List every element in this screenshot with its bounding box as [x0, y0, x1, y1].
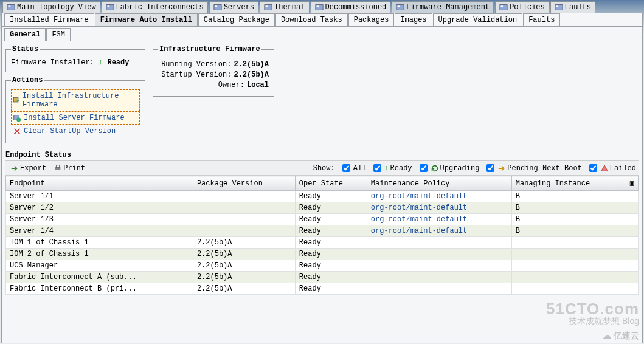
watermark-51cto-sub: 技术成就梦想 Blog	[569, 316, 639, 327]
filter-all-checkbox[interactable]	[342, 164, 350, 172]
filter-upgrading-checkbox[interactable]	[420, 164, 428, 172]
svg-rect-1	[9, 5, 11, 7]
top-tab-policies[interactable]: Policies	[495, 1, 549, 13]
table-row[interactable]: Fabric Interconnect A (sub...2.2(5b)ARea…	[6, 272, 639, 283]
filter-ready-checkbox[interactable]	[373, 164, 381, 172]
failed-icon	[600, 164, 609, 173]
sub-tab-packages[interactable]: Packages	[348, 13, 395, 26]
table-row[interactable]: IOM 1 of Chassis 12.2(5b)AReady	[6, 237, 639, 249]
firmware-installer-label: Firmware Installer:	[11, 58, 94, 67]
svg-rect-4	[214, 5, 221, 10]
status-fieldset: Status Firmware Installer: ↑ Ready	[5, 45, 145, 72]
svg-rect-6	[265, 5, 272, 10]
running-version-value: 2.2(5b)A	[234, 60, 269, 69]
install-infra-label: Install Infrastructure Firmware	[23, 92, 138, 109]
clear-startup-version-link[interactable]: Clear StartUp Version	[11, 125, 140, 138]
svg-rect-14	[555, 5, 563, 10]
owner-value: Local	[247, 81, 269, 89]
table-row[interactable]: Server 1/4Readyorg-root/maint-defaultB	[6, 225, 639, 237]
sub-tab-faults[interactable]: Faults	[523, 13, 560, 26]
refresh-icon	[431, 164, 439, 173]
top-tab-firmware-management[interactable]: Firmware Management	[392, 1, 494, 13]
table-row[interactable]: IOM 2 of Chassis 12.2(5b)AReady	[6, 249, 639, 260]
svg-rect-12	[500, 5, 507, 10]
svg-rect-15	[556, 5, 558, 7]
sub-tab-catalog-package[interactable]: Catalog Package	[198, 13, 275, 26]
status-legend: Status	[11, 45, 40, 53]
table-row[interactable]: Server 1/3Readyorg-root/maint-defaultB	[6, 214, 639, 225]
sub-tab-firmware-auto-install[interactable]: Firmware Auto Install	[95, 13, 198, 26]
filter-all[interactable]: All	[340, 162, 367, 174]
endpoint-toolbar: Export Print Show: All ↑Ready Upgrading …	[5, 160, 639, 176]
table-row[interactable]: UCS Manager2.2(5b)AReady	[6, 260, 639, 272]
filter-upgrading[interactable]: Upgrading	[417, 162, 480, 174]
top-tab-faults[interactable]: Faults	[550, 1, 595, 13]
table-row[interactable]: Fabric Interconnect B (pri...2.2(5b)ARea…	[6, 283, 639, 295]
export-icon	[10, 164, 19, 173]
install-server-firmware-link[interactable]: Install Server Firmware	[11, 111, 140, 125]
svg-rect-11	[398, 5, 400, 7]
svg-rect-20	[57, 165, 60, 167]
top-tab-decommissioned[interactable]: Decommissioned	[311, 1, 391, 13]
col-endpoint[interactable]: Endpoint	[6, 176, 193, 191]
filter-failed[interactable]: Failed	[587, 162, 636, 174]
filter-pending-checkbox[interactable]	[486, 164, 494, 172]
svg-rect-10	[396, 5, 404, 10]
arrow-up-icon: ↑	[384, 164, 389, 173]
export-button[interactable]: Export	[8, 163, 49, 174]
owner-label: Owner:	[218, 81, 244, 89]
sub-tab-upgrade-validation[interactable]: Upgrade Validation	[433, 13, 523, 26]
print-icon	[54, 164, 62, 173]
maintenance-policy-link[interactable]: org-root/maint-default	[367, 202, 511, 214]
pending-icon	[497, 164, 506, 173]
install-infra-icon	[13, 96, 20, 105]
infra-firmware-fieldset: Infrastructure Firmware Running Version:…	[153, 45, 274, 97]
svg-rect-3	[107, 5, 109, 7]
sub-tab-download-tasks[interactable]: Download Tasks	[275, 13, 348, 26]
startup-version-value: 2.2(5b)A	[234, 71, 269, 79]
inner-tab-general[interactable]: General	[4, 28, 46, 41]
svg-rect-0	[7, 5, 15, 10]
export-label: Export	[20, 164, 46, 173]
top-tab-main-topology-view[interactable]: Main Topology View	[2, 1, 100, 13]
col-menu[interactable]: ▣	[626, 176, 638, 191]
col-oper-state[interactable]: Oper State	[295, 176, 367, 191]
install-infra-firmware-link[interactable]: Install Infrastructure Firmware	[11, 89, 140, 111]
inner-tab-bar: GeneralFSM	[2, 28, 642, 41]
maintenance-policy-link[interactable]: org-root/maint-default	[367, 191, 511, 202]
startup-version-label: Startup Version:	[161, 71, 231, 79]
top-tab-servers[interactable]: Servers	[209, 1, 258, 13]
show-label: Show:	[313, 164, 335, 173]
actions-fieldset: Actions Install Infrastructure Firmware …	[5, 76, 145, 143]
filter-ready[interactable]: ↑Ready	[371, 162, 412, 174]
sub-tab-bar: Installed FirmwareFirmware Auto InstallC…	[2, 13, 642, 27]
endpoint-table: EndpointPackage VersionOper StateMainten…	[5, 176, 639, 295]
endpoint-status-title: Endpoint Status	[5, 151, 639, 159]
svg-rect-5	[215, 5, 217, 7]
firmware-installer-value: Ready	[107, 58, 129, 67]
inner-tab-fsm[interactable]: FSM	[46, 28, 71, 41]
col-package-version[interactable]: Package Version	[193, 176, 295, 191]
maintenance-policy-link[interactable]: org-root/maint-default	[367, 225, 511, 237]
infra-legend: Infrastructure Firmware	[158, 45, 261, 53]
svg-rect-7	[266, 5, 268, 7]
sub-tab-installed-firmware[interactable]: Installed Firmware	[4, 13, 94, 26]
table-row[interactable]: Server 1/1Readyorg-root/maint-defaultB	[6, 191, 639, 202]
print-button[interactable]: Print	[51, 163, 88, 174]
col-maintenance-policy[interactable]: Maintenance Policy	[367, 176, 511, 191]
svg-point-18	[16, 117, 21, 122]
watermark-yisu: ☁ 亿速云	[603, 331, 639, 342]
install-server-label: Install Server Firmware	[24, 114, 125, 122]
running-version-label: Running Version:	[161, 60, 231, 69]
print-label: Print	[63, 164, 85, 173]
filter-failed-checkbox[interactable]	[589, 164, 597, 172]
svg-rect-2	[106, 5, 114, 10]
col-managing-instance[interactable]: Managing Instance	[511, 176, 626, 191]
table-row[interactable]: Server 1/2Readyorg-root/maint-defaultB	[6, 202, 639, 214]
top-tab-fabric-interconnects[interactable]: Fabric Interconnects	[102, 1, 208, 13]
sub-tab-images[interactable]: Images	[395, 13, 432, 26]
filter-pending[interactable]: Pending Next Boot	[484, 162, 581, 174]
top-tab-thermal[interactable]: Thermal	[260, 1, 309, 13]
svg-rect-13	[501, 5, 504, 7]
maintenance-policy-link[interactable]: org-root/maint-default	[367, 214, 511, 225]
